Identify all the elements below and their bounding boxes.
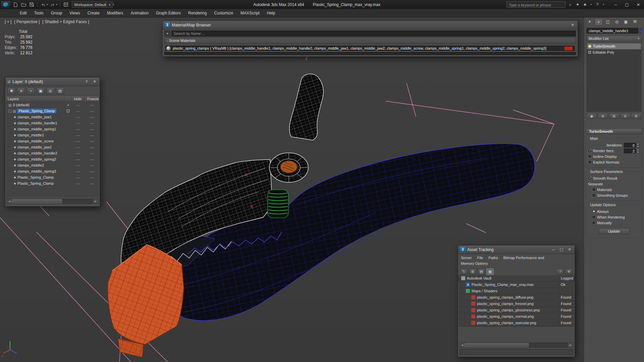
layer-row[interactable]: ◈ clamps_middle_jaw1 –– –– bbox=[6, 114, 99, 120]
menu-paths[interactable]: Paths bbox=[488, 256, 498, 260]
chevron-down-icon[interactable]: ▾ bbox=[56, 3, 57, 6]
horizontal-scrollbar[interactable]: ◂ ▸ bbox=[7, 199, 98, 204]
tab-display[interactable]: ▣ bbox=[622, 18, 630, 25]
pin-stack-icon[interactable]: ◉ bbox=[587, 113, 597, 119]
object-name-field[interactable] bbox=[587, 28, 638, 34]
make-unique-icon[interactable]: ⊞ bbox=[609, 113, 619, 119]
layer-row[interactable]: ◈ clamps_middle_spring1 –– –– bbox=[6, 126, 99, 132]
table-row[interactable]: 3 Plastic_Spring_Clamp_max_vray.max Ok bbox=[459, 282, 574, 288]
viewport-menu-shading[interactable]: [ Shaded + Edged Faces ] bbox=[42, 19, 89, 24]
modifier-editable-poly[interactable]: Editable Poly bbox=[587, 49, 641, 55]
layer-row[interactable]: ◈ clamps_middle2 –– –– bbox=[6, 162, 99, 168]
freeze-toggle[interactable]: –– bbox=[85, 158, 99, 161]
select-layer-objects-icon[interactable]: ▣ bbox=[37, 87, 45, 95]
current-layer-check-icon[interactable]: ✓ bbox=[65, 103, 72, 107]
hide-toggle[interactable]: –– bbox=[71, 121, 85, 125]
undo-icon[interactable] bbox=[40, 1, 47, 8]
layer-row[interactable]: ◈ Plastic_Spring_Clamp –– –– bbox=[6, 174, 99, 180]
menu-bitmap-performance[interactable]: Bitmap Performance and Memory Options bbox=[461, 256, 544, 265]
scroll-right-icon[interactable]: ▸ bbox=[568, 343, 573, 347]
hide-toggle[interactable]: –– bbox=[71, 139, 85, 143]
favorites-star-icon[interactable]: ★ bbox=[582, 2, 588, 7]
layer-row[interactable]: ◈ clamps_middle_screw –– –– bbox=[6, 138, 99, 144]
object-color-swatch[interactable] bbox=[640, 28, 641, 33]
menu-file[interactable]: File bbox=[477, 256, 483, 260]
menu-server[interactable]: Server bbox=[461, 256, 472, 260]
grid-view-icon[interactable]: ▦ bbox=[486, 268, 494, 275]
remove-modifier-icon[interactable]: ⊘ bbox=[620, 113, 630, 119]
layer-row[interactable]: ◈ clamps_middle_handle1 –– –– bbox=[6, 120, 99, 126]
layer-row[interactable]: ◈ clamps_middle1 –– –– bbox=[6, 132, 99, 138]
scrollbar-thumb[interactable] bbox=[465, 343, 529, 347]
menu-maxscript[interactable]: MAXScript bbox=[237, 9, 263, 17]
freeze-toggle[interactable]: –– bbox=[85, 152, 99, 155]
workspace-grid-icon[interactable] bbox=[62, 1, 69, 8]
help-icon[interactable]: ? bbox=[84, 79, 90, 84]
viewport-menu-view[interactable]: [ Perspective ] bbox=[14, 19, 40, 24]
chevron-down-icon[interactable]: ▾ bbox=[113, 3, 114, 6]
scene-materials-section-header[interactable]: - Scene Materials bbox=[164, 38, 576, 44]
application-menu-button[interactable] bbox=[1, 1, 11, 8]
table-row[interactable]: Maps / Shaders bbox=[459, 288, 574, 294]
hide-toggle[interactable]: –– bbox=[71, 152, 85, 155]
freeze-toggle[interactable]: –– bbox=[85, 115, 99, 119]
layer-row[interactable]: ◈ clamps_middle_handle2 –– –– bbox=[6, 150, 99, 156]
spinner-down-icon[interactable]: ▾ bbox=[636, 145, 640, 147]
dialog-titlebar[interactable]: 3 Material/Map Browser ✕ bbox=[163, 21, 578, 29]
spinner-up-icon[interactable]: ▴ bbox=[636, 148, 640, 151]
layer-row[interactable]: − ▤ Plastic_Spring_Clamp –– –– bbox=[6, 108, 99, 114]
when-rendering-radio[interactable] bbox=[592, 215, 596, 219]
current-layer-box[interactable] bbox=[65, 109, 72, 113]
sign-in-icon[interactable]: ✦ bbox=[575, 2, 580, 7]
search-options-dropdown-icon[interactable]: ▾ bbox=[164, 31, 170, 37]
hide-toggle[interactable]: –– bbox=[71, 109, 85, 113]
help-search-input[interactable] bbox=[507, 2, 565, 8]
hide-toggle[interactable]: –– bbox=[71, 115, 85, 119]
table-row[interactable]: plastic_spring_clamps_fresnel.png Found bbox=[459, 301, 574, 307]
column-hide[interactable]: Hide bbox=[72, 96, 85, 102]
scroll-left-icon[interactable]: ◂ bbox=[7, 199, 12, 203]
menu-rendering[interactable]: Rendering bbox=[184, 9, 210, 17]
freeze-toggle[interactable]: –– bbox=[85, 182, 99, 185]
list-view-icon[interactable]: ≣ bbox=[469, 268, 476, 275]
table-row[interactable]: Autodesk Vault Logged bbox=[459, 275, 574, 282]
scrollbar-track[interactable] bbox=[12, 199, 93, 203]
layer-row[interactable]: ▤ 0 (default) ✓ –– –– bbox=[6, 102, 99, 108]
hide-toggle[interactable]: –– bbox=[71, 164, 85, 167]
render-iters-field[interactable]: 2 bbox=[624, 148, 636, 153]
freeze-toggle[interactable]: –– bbox=[85, 127, 99, 131]
new-scene-icon[interactable] bbox=[12, 1, 19, 8]
show-end-result-icon[interactable]: ≣ bbox=[598, 113, 608, 119]
maximize-icon[interactable]: ▢ bbox=[558, 247, 565, 252]
menu-group[interactable]: Group bbox=[47, 9, 66, 17]
set-current-layer-icon[interactable]: ◎ bbox=[46, 87, 54, 95]
close-icon[interactable]: ✕ bbox=[567, 247, 573, 252]
hide-toggle[interactable]: –– bbox=[71, 176, 85, 179]
smoothing-groups-checkbox[interactable] bbox=[592, 193, 596, 197]
material-search-input[interactable] bbox=[171, 31, 576, 37]
hide-toggle[interactable]: –– bbox=[71, 127, 85, 131]
modifier-enabled-bulb-icon[interactable] bbox=[588, 45, 591, 48]
viewport-menu-plus[interactable]: [ + ] bbox=[5, 19, 11, 24]
close-icon[interactable]: ✕ bbox=[92, 79, 98, 84]
menu-views[interactable]: Views bbox=[66, 9, 84, 17]
configure-modifier-sets-icon[interactable]: ⚙ bbox=[631, 113, 641, 119]
always-radio[interactable] bbox=[592, 209, 596, 213]
chevron-down-icon[interactable]: ▾ bbox=[602, 3, 605, 6]
material-list-item[interactable]: plastic_spring_clamps ( VRayMtl ) [clamp… bbox=[165, 45, 576, 52]
isoline-display-checkbox[interactable] bbox=[588, 155, 592, 158]
spinner-down-icon[interactable]: ▾ bbox=[636, 151, 640, 153]
freeze-toggle[interactable]: –– bbox=[85, 121, 99, 125]
workspace-dropdown[interactable]: Workspace: Default ▾ bbox=[72, 1, 113, 8]
chevron-down-icon[interactable]: ▾ bbox=[47, 3, 48, 6]
tab-motion[interactable]: ◎ bbox=[613, 18, 621, 25]
close-icon[interactable]: ✕ bbox=[570, 22, 576, 28]
hide-toggle[interactable]: –– bbox=[71, 158, 85, 161]
delete-layer-icon[interactable]: ✕ bbox=[17, 87, 25, 95]
freeze-toggle[interactable]: –– bbox=[85, 164, 99, 167]
minimize-icon[interactable]: ─ bbox=[550, 247, 556, 252]
scroll-right-icon[interactable]: ▸ bbox=[93, 199, 98, 203]
render-iters-checkbox[interactable] bbox=[588, 149, 592, 153]
maximize-button[interactable]: ▢ bbox=[621, 0, 633, 9]
minimize-button[interactable]: ─ bbox=[610, 0, 621, 9]
